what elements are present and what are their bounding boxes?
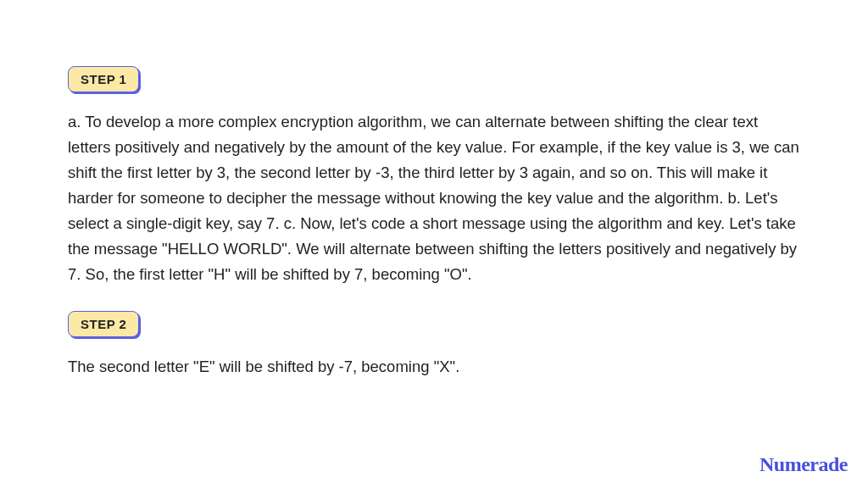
step-label-2: STEP 2 xyxy=(68,311,139,337)
document-page: STEP 1 a. To develop a more complex encr… xyxy=(0,0,868,488)
step-label-1: STEP 1 xyxy=(68,66,139,92)
step-block-2: STEP 2 The second letter "E" will be shi… xyxy=(68,311,800,380)
brand-logo-text: Numerade xyxy=(760,453,848,476)
step-block-1: STEP 1 a. To develop a more complex encr… xyxy=(68,66,800,287)
brand-logo: Numerade xyxy=(760,453,848,476)
step-text-1: a. To develop a more complex encryption … xyxy=(68,109,800,287)
step-text-2: The second letter "E" will be shifted by… xyxy=(68,354,800,380)
